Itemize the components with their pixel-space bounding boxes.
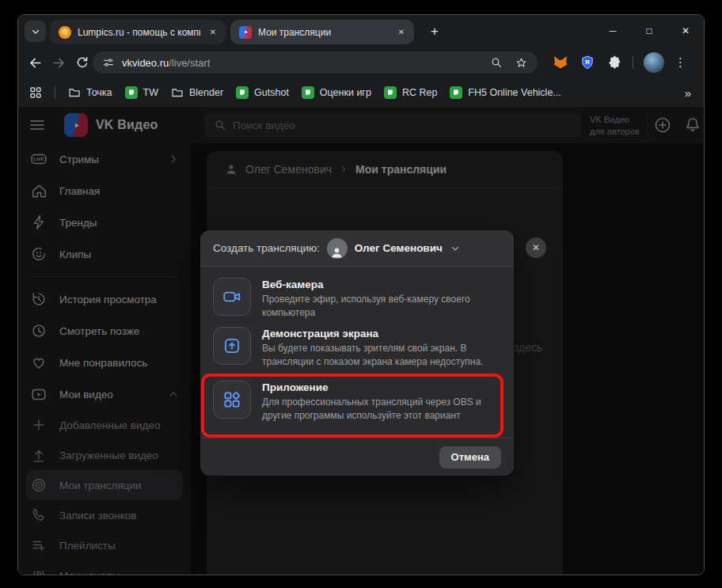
chevron-down-icon[interactable] <box>450 243 461 254</box>
modal-close-button[interactable]: ✕ <box>526 237 546 258</box>
reload-button[interactable] <box>70 51 94 74</box>
browser-window: Lumpics.ru - помощь с компью ✕ Мои транс… <box>17 14 705 575</box>
tab-title: Мои трансляции <box>258 27 389 38</box>
modal-footer: Отмена <box>200 438 514 476</box>
site-favicon <box>384 86 397 99</box>
metamask-extension-icon[interactable] <box>552 54 569 71</box>
tab-lumpics[interactable]: Lumpics.ru - помощь с компью ✕ <box>50 20 226 44</box>
browser-toolbar: vkvideo.ru/live/start R ⋮ <box>18 47 704 78</box>
browser-profile-avatar[interactable] <box>644 52 664 73</box>
site-favicon <box>236 86 249 99</box>
vkvideo-favicon <box>239 26 252 39</box>
tab-my-broadcasts[interactable]: Мои трансляции ✕ <box>230 20 414 44</box>
option-webcam[interactable]: Веб-камера Проведите эфир, используя веб… <box>200 278 514 320</box>
site-settings-icon[interactable] <box>102 56 115 69</box>
bookmark-rc-rep[interactable]: RC Rep <box>384 86 437 99</box>
site-favicon <box>125 86 138 99</box>
option-description: Для профессиональных трансляций через OB… <box>262 396 501 423</box>
webcam-icon <box>213 278 251 316</box>
bookmark-tochka[interactable]: Точка <box>68 86 112 99</box>
screen-share-icon <box>213 327 251 365</box>
address-bar[interactable]: vkvideo.ru/live/start <box>93 51 538 74</box>
create-broadcast-modal: Создать трансляцию: Олег Семенович Веб-к… <box>200 230 514 476</box>
shield-extension-icon[interactable]: R <box>580 54 595 71</box>
desktop: Lumpics.ru - помощь с компью ✕ Мои транс… <box>0 0 722 588</box>
browser-menu-button[interactable]: ⋮ <box>674 55 686 70</box>
folder-icon <box>68 86 81 99</box>
extensions-area: R ⋮ <box>552 47 686 78</box>
user-icon <box>330 245 344 259</box>
bookmarks-divider <box>55 86 55 99</box>
folder-icon <box>171 86 184 99</box>
app-grid-icon <box>213 381 251 419</box>
maximize-button[interactable]: □ <box>631 15 667 47</box>
toolbar-divider <box>633 56 633 69</box>
apps-grid-icon[interactable] <box>29 86 42 99</box>
bookmark-ocenki-igr[interactable]: Оценки игр <box>302 86 371 99</box>
browser-titlebar: Lumpics.ru - помощь с компью ✕ Мои транс… <box>18 15 704 47</box>
vk-video-page: VK Видео VK Видео для авторов <box>18 107 704 575</box>
option-description: Проведите эфир, используя веб-камеру сво… <box>262 293 501 320</box>
modal-header: Создать трансляцию: Олег Семенович <box>200 230 514 267</box>
modal-title: Создать трансляцию: <box>213 242 320 254</box>
extensions-puzzle-icon[interactable] <box>606 55 622 71</box>
lumpics-favicon <box>59 26 71 39</box>
cancel-button[interactable]: Отмена <box>439 446 501 469</box>
tab-search-button[interactable] <box>25 21 46 42</box>
option-description: Вы будете показывать зрителям свой экран… <box>262 342 501 369</box>
account-name[interactable]: Олег Семенович <box>355 242 443 254</box>
window-controls: ─ □ ✕ <box>595 15 704 47</box>
svg-text:R: R <box>585 59 590 66</box>
option-screen-share[interactable]: Демонстрация экрана Вы будете показывать… <box>200 327 514 369</box>
back-button[interactable] <box>23 51 47 74</box>
window-close-button[interactable]: ✕ <box>667 15 704 47</box>
url-text: vkvideo.ru/live/start <box>122 57 210 69</box>
forward-button[interactable] <box>47 51 70 74</box>
site-favicon <box>302 86 314 99</box>
option-title: Приложение <box>262 381 501 393</box>
zoom-icon[interactable] <box>490 56 503 69</box>
option-application[interactable]: Приложение Для профессиональных трансляц… <box>200 381 514 423</box>
option-title: Веб-камера <box>262 279 501 290</box>
chevron-down-icon <box>31 27 40 36</box>
bookmark-gutshot[interactable]: Gutshot <box>236 86 289 99</box>
bookmarks-bar: Точка TW Blender Gutshot Оценки игр RC R… <box>18 78 704 107</box>
site-favicon <box>450 86 462 99</box>
bookmarks-overflow-button[interactable]: » <box>685 86 691 100</box>
new-tab-button[interactable]: + <box>425 22 444 41</box>
bookmark-fh5[interactable]: FH5 Online Vehicle... <box>450 86 560 99</box>
tab-close-icon[interactable]: ✕ <box>206 25 220 40</box>
bookmark-star-icon[interactable] <box>515 56 528 70</box>
tab-close-icon[interactable]: ✕ <box>394 25 408 40</box>
bookmark-blender[interactable]: Blender <box>171 86 223 99</box>
account-avatar <box>327 238 348 259</box>
tab-title: Lumpics.ru - помощь с компью <box>78 27 200 38</box>
minimize-button[interactable]: ─ <box>595 15 631 47</box>
bookmark-tw[interactable]: TW <box>125 86 158 99</box>
option-title: Демонстрация экрана <box>262 328 501 340</box>
